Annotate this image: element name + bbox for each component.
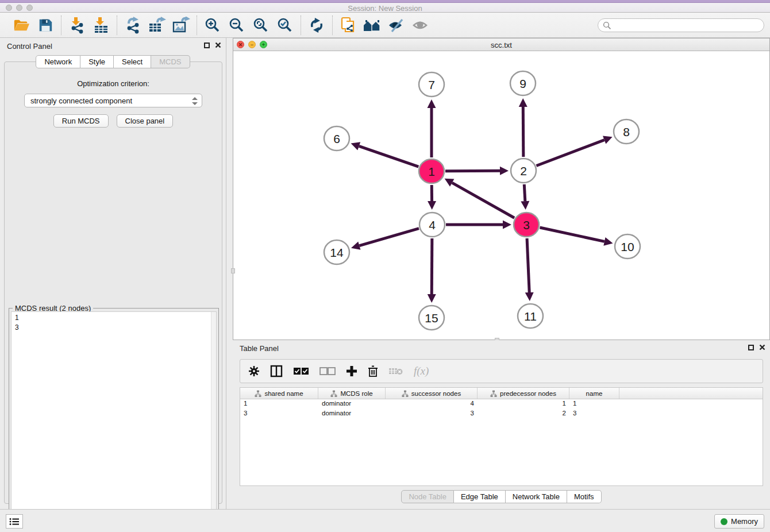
task-list-icon [9,518,20,526]
delete-table-button[interactable] [388,367,403,376]
edge-1-2[interactable] [445,171,500,171]
edge-1-6[interactable] [359,146,419,167]
export-network-icon [124,17,141,34]
result-line: 1 [15,313,213,323]
close-panel-icon[interactable] [215,42,221,48]
node-table-body: 1dominator4113dominator323 [240,399,763,419]
export-image-button[interactable] [171,16,191,35]
column-type-icon [402,390,409,397]
deselect-all-columns-button[interactable] [319,367,336,375]
run-mcds-button[interactable]: Run MCDS [53,114,109,128]
edge-4-14[interactable] [359,229,419,246]
table-cell: dominator [318,409,386,419]
criterion-select[interactable]: strongly connected component [24,94,202,107]
search-input[interactable] [598,18,764,32]
search-icon [603,21,611,30]
edge-3-11[interactable] [527,238,529,292]
edge-2-3[interactable] [524,184,525,201]
criterion-select-value: strongly connected component [30,97,132,105]
refresh-icon [309,17,325,33]
edge-4-15[interactable] [432,238,432,294]
tab-edge-table[interactable]: Edge Table [454,490,506,503]
edge-3-1[interactable] [452,183,514,218]
mcds-panel-body: Optimization criterion: strongly connect… [4,61,222,504]
select-stepper-icon [191,97,198,106]
column-header-name[interactable]: name [569,388,619,399]
delete-column-button[interactable] [368,365,378,377]
delete-icon [368,365,378,377]
tab-style[interactable]: Style [80,55,114,68]
column-type-icon [330,390,337,397]
column-header-successor-nodes[interactable]: successor nodes [386,388,478,399]
show-columns-button[interactable] [270,365,283,377]
close-panel-button[interactable]: Close panel [117,114,174,128]
tab-network[interactable]: Network [36,55,80,68]
memory-status-icon [721,518,727,525]
status-bar: Memory [0,509,770,532]
select-all-columns-button[interactable] [293,367,309,375]
search-container [598,18,764,32]
hide-graphics-button[interactable] [387,16,406,35]
table-cell: 3 [569,409,619,419]
edge-arrowhead [521,201,529,210]
tab-node-table[interactable]: Node Table [401,490,454,503]
column-header-predecessor-nodes[interactable]: predecessor nodes [478,388,569,399]
close-table-panel-icon[interactable] [759,344,765,350]
edge-2-8[interactable] [536,140,604,166]
function-builder-icon: f(x) [414,365,429,377]
network-overview-button[interactable] [363,16,382,35]
node-table-header: shared nameMCDS rolesuccessor nodesprede… [240,388,763,399]
export-table-button[interactable] [147,16,167,35]
zoom-in-button[interactable] [203,16,222,35]
control-panel-header: Control Panel [0,38,226,54]
edge-arrowhead [428,201,436,210]
network-graph[interactable]: 7968124314101511 [233,51,769,340]
open-session-button[interactable] [11,16,31,35]
open-folder-icon [13,17,30,33]
edge-2-9[interactable] [523,107,523,157]
column-header-shared-name[interactable]: shared name [240,388,318,399]
edge-arrowhead [500,167,509,175]
control-panel: Control Panel NetworkStyleSelectMCDS Opt… [0,38,226,509]
mcds-result-text[interactable]: 13 [11,311,217,519]
clone-network-button[interactable] [338,16,358,35]
float-table-panel-icon[interactable] [748,345,754,350]
export-network-button[interactable] [123,16,143,35]
graph-node-label-6: 6 [333,132,340,145]
network-view-window: ✕ − + scc.txt 7968124314101511 [233,38,770,340]
import-network-button[interactable] [67,16,87,35]
refresh-layout-button[interactable] [307,16,326,35]
zoom-selected-button[interactable] [275,16,295,35]
memory-button[interactable]: Memory [714,514,764,529]
tab-select[interactable]: Select [114,55,151,68]
zoom-fit-button[interactable] [251,16,271,35]
column-header-MCDS-role[interactable]: MCDS role [318,388,386,399]
table-settings-button[interactable] [248,365,260,377]
float-panel-icon[interactable] [204,43,210,48]
vertical-splitter-handle[interactable] [231,268,235,273]
save-session-button[interactable] [36,16,55,35]
table-row[interactable]: 1dominator411 [240,399,763,409]
show-graphics-button[interactable] [411,16,430,35]
import-table-button[interactable] [91,16,111,35]
tab-mcds[interactable]: MCDS [151,55,190,68]
tab-motifs[interactable]: Motifs [567,490,602,503]
function-builder-button[interactable]: f(x) [414,365,429,377]
edge-arrowhead [503,221,511,229]
edge-3-10[interactable] [540,228,604,241]
window-title: Session: New Session [0,4,770,13]
add-column-button[interactable] [346,365,357,377]
task-history-button[interactable] [6,514,23,529]
table-row[interactable]: 3dominator323 [240,409,763,419]
table-tabs: Node TableEdge TableNetwork TableMotifs [233,490,770,503]
result-scrollbar[interactable] [211,312,216,519]
graph-node-label-11: 11 [524,310,537,323]
edge-arrowhead [603,237,613,246]
network-canvas[interactable]: 7968124314101511 [233,51,769,340]
node-table[interactable]: shared nameMCDS rolesuccessor nodesprede… [240,387,763,486]
zoom-out-button[interactable] [227,16,247,35]
network-window-titlebar: ✕ − + scc.txt [233,38,769,51]
table-cell: 3 [386,409,478,419]
tab-network-table[interactable]: Network Table [506,490,567,503]
graph-node-label-1: 1 [428,165,435,178]
